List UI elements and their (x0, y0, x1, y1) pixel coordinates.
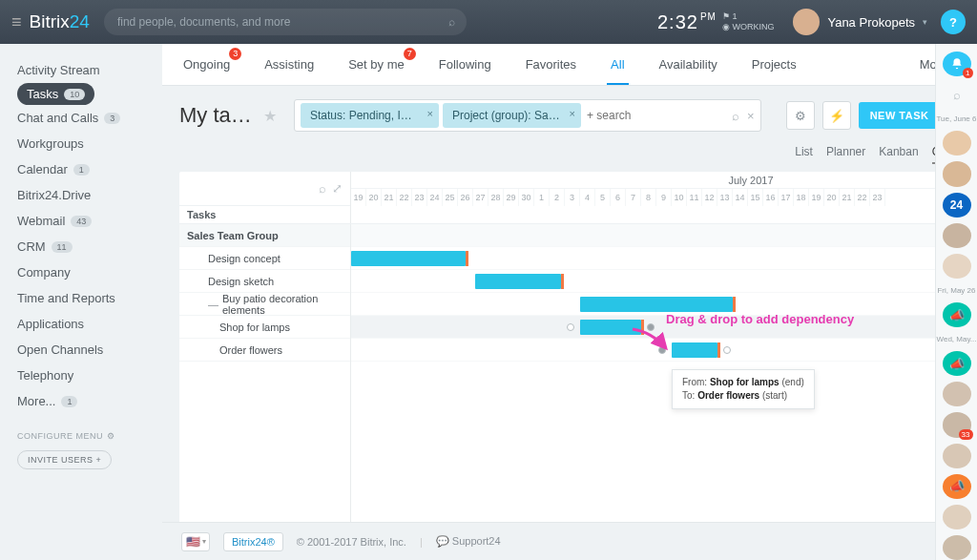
gantt-group-row[interactable]: Sales Team Group (179, 224, 350, 247)
rail-announce-icon[interactable]: 📣 (943, 351, 971, 376)
title-row: My tas... ★ Status: Pending, In progr...… (162, 86, 977, 145)
filter-search-input[interactable] (585, 107, 728, 124)
gantt-month-label: July 2017 (351, 172, 960, 189)
tab-projects[interactable]: Projects (748, 45, 800, 84)
gantt-grid-row[interactable] (351, 270, 960, 293)
sidebar-item-bitrix24-drive[interactable]: Bitrix24.Drive (17, 182, 160, 208)
rail-avatar[interactable] (943, 254, 971, 279)
tab-ongoing[interactable]: Ongoing3 (179, 45, 234, 84)
day-cell: 20 (824, 189, 840, 206)
filter-pill-project[interactable]: Project (group): Sales Te...× (443, 103, 581, 128)
sidebar-item-activity-stream[interactable]: Activity Stream (17, 57, 160, 83)
gantt-task-row[interactable]: Design concept (179, 247, 350, 270)
gantt-task-row[interactable]: Shop for lamps (179, 316, 350, 339)
templates-button[interactable]: ⚡ (822, 101, 851, 130)
rail-search[interactable]: ⌕ (943, 82, 971, 107)
search-placeholder: find people, documents, and more (117, 15, 290, 29)
sidebar-item-tasks[interactable]: Tasks10 (17, 83, 94, 105)
rail-announce-icon[interactable]: 📣 (943, 302, 971, 327)
count-badge: 3 (104, 113, 120, 124)
tab-set-by-me[interactable]: Set by me7 (344, 45, 408, 84)
sidebar-item-time-and-reports[interactable]: Time and Reports (17, 285, 160, 311)
bar-end-cap (733, 297, 736, 312)
sidebar-item-applications[interactable]: Applications (17, 311, 160, 337)
rail-avatar[interactable] (943, 161, 971, 186)
clear-icon[interactable]: × (747, 109, 755, 123)
tab-following[interactable]: Following (435, 45, 495, 84)
dependency-handle[interactable] (567, 323, 574, 331)
rail-date: Tue, June 6 (937, 113, 977, 125)
hamburger-icon[interactable]: ≡ (11, 12, 22, 32)
gantt-task-row[interactable]: Order flowers (179, 339, 350, 362)
gantt-bar[interactable] (475, 274, 561, 289)
rail-avatar[interactable] (943, 444, 971, 468)
help-button[interactable]: ? (941, 10, 966, 34)
rail-avatar[interactable] (943, 535, 971, 560)
rail-b24-icon[interactable]: 24 (943, 193, 971, 218)
gantt-grid-row[interactable] (351, 247, 960, 270)
work-status: ⚑ 1 ◉ WORKING (722, 11, 775, 32)
tab-availability[interactable]: Availability (655, 45, 721, 84)
day-cell: 13 (717, 189, 733, 206)
count-badge: 1 (73, 164, 90, 176)
collapse-icon[interactable]: — (208, 299, 218, 310)
search-icon[interactable]: ⌕ (448, 15, 455, 29)
configure-menu[interactable]: CONFIGURE MENU ⚙ (17, 431, 160, 441)
close-icon[interactable]: × (570, 108, 575, 119)
gantt-bar[interactable] (351, 251, 466, 266)
rail-avatar[interactable] (943, 131, 971, 156)
sidebar-item-open-channels[interactable]: Open Channels (17, 337, 160, 363)
gantt-task-row[interactable]: Design sketch (179, 270, 350, 293)
gantt-bar[interactable] (672, 342, 717, 358)
rail-avatar[interactable] (943, 223, 971, 248)
tab-favorites[interactable]: Favorites (522, 45, 580, 84)
gantt-bar[interactable] (580, 297, 733, 312)
settings-gear-button[interactable]: ⚙ (786, 101, 815, 130)
expand-icon[interactable]: ⤢ (332, 181, 343, 196)
view-list[interactable]: List (795, 145, 813, 164)
sidebar-item-crm[interactable]: CRM11 (17, 234, 160, 259)
tasks-column-header: Tasks (179, 206, 350, 223)
invite-users-button[interactable]: INVITE USERS + (17, 450, 112, 469)
user-menu[interactable]: Yana Prokopets ▾ (793, 9, 927, 35)
bar-end-cap (561, 274, 564, 289)
view-kanban[interactable]: Kanban (879, 145, 918, 164)
gantt-task-row[interactable]: —Buy patio decoration elements (179, 293, 350, 316)
gantt-grid[interactable]: Drag & drop to add dependency From: Shop… (351, 224, 960, 560)
sidebar-item-webmail[interactable]: Webmail43 (17, 208, 160, 234)
day-cell: 14 (733, 189, 748, 206)
language-selector[interactable]: 🇺🇸 ▾ (181, 532, 210, 551)
global-search[interactable]: find people, documents, and more ⌕ (104, 9, 467, 35)
brand-badge[interactable]: Bitrix24® (223, 532, 283, 551)
filter-pill-status[interactable]: Status: Pending, In progr...× (301, 103, 439, 128)
close-icon[interactable]: × (427, 108, 433, 119)
search-icon[interactable]: ⌕ (319, 181, 326, 196)
logo[interactable]: Bitrix24 (30, 11, 90, 32)
sidebar-item-company[interactable]: Company (17, 259, 160, 285)
sidebar-item-workgroups[interactable]: Workgroups (17, 131, 160, 156)
day-cell: 17 (779, 189, 794, 206)
favorite-star-icon[interactable]: ★ (263, 107, 277, 125)
rail-avatar[interactable] (943, 505, 971, 529)
dependency-tooltip: From: Shop for lamps (end) To: Order flo… (672, 369, 815, 409)
rail-announce-icon[interactable]: 📣 (943, 474, 971, 499)
rail-avatar[interactable] (943, 382, 971, 406)
sidebar-item-telephony[interactable]: Telephony (17, 363, 160, 388)
filter-bar[interactable]: Status: Pending, In progr...× Project (g… (294, 99, 761, 132)
tab-assisting[interactable]: Assisting (260, 45, 318, 84)
page-title: My tas... (179, 103, 256, 128)
gantt-grid-row[interactable] (351, 293, 960, 316)
tab-all[interactable]: All (607, 45, 628, 84)
support-link[interactable]: 💬 Support24 (436, 535, 501, 548)
sidebar-item-calendar[interactable]: Calendar1 (17, 156, 160, 182)
day-cell: 24 (427, 189, 443, 206)
sidebar-item-chat-and-calls[interactable]: Chat and Calls3 (17, 105, 160, 131)
notifications-button[interactable]: 1 (943, 52, 971, 76)
clock-block[interactable]: 2:32PM ⚑ 1 ◉ WORKING (657, 11, 774, 33)
search-icon[interactable]: ⌕ (732, 109, 739, 123)
gantt-grid-row[interactable] (351, 224, 960, 247)
dependency-handle[interactable] (723, 346, 731, 354)
view-planner[interactable]: Planner (826, 145, 865, 164)
rail-avatar[interactable]: 33 (943, 412, 971, 437)
sidebar-item-more-[interactable]: More...1 (17, 388, 160, 414)
